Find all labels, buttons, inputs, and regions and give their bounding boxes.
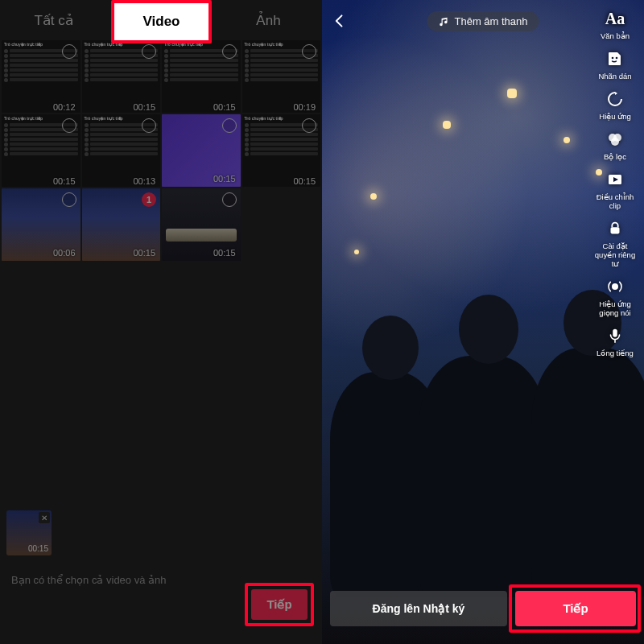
tile-duration: 00:19 — [293, 105, 316, 110]
picker-hint: Bạn có thể chọn cả video và ảnh — [11, 574, 166, 586]
selection-circle[interactable] — [62, 192, 76, 207]
selection-circle[interactable] — [222, 192, 237, 207]
tool-effect[interactable]: Hiệu ứng — [591, 89, 639, 121]
tool-adjust-clip[interactable]: Điều chỉnh clip — [591, 169, 639, 210]
media-grid: Trò chuyện trực tiếp00:12Trò chuyện trực… — [0, 40, 322, 261]
effect-icon — [605, 89, 625, 109]
scene-people — [330, 275, 636, 597]
svg-rect-9 — [613, 329, 617, 337]
svg-point-8 — [612, 283, 618, 290]
tile-duration: 00:15 — [133, 248, 155, 258]
selection-circle[interactable] — [142, 44, 156, 59]
tile-duration: 00:06 — [53, 248, 76, 258]
tool-voice-effect[interactable]: Hiệu ứng giọng nói — [591, 276, 639, 317]
tile-duration: 00:15 — [53, 180, 76, 184]
add-sound-label: Thêm âm thanh — [454, 15, 527, 27]
svg-rect-7 — [611, 227, 620, 233]
media-tile[interactable]: Trò chuyện trực tiếp00:12 — [2, 40, 80, 113]
svg-point-4 — [611, 138, 619, 146]
tile-duration: 00:12 — [53, 105, 76, 110]
add-sound-button[interactable]: Thêm âm thanh — [427, 11, 539, 31]
media-tile[interactable]: 00:15 — [162, 114, 241, 187]
media-tile[interactable]: Trò chuyện trực tiếp00:15 — [82, 40, 161, 113]
editor-panel: Thêm âm thanh Aa Văn bản Nhãn dán Hiệu ứ… — [322, 0, 644, 644]
next-button-right[interactable]: Tiếp — [515, 591, 636, 626]
sticker-icon — [605, 48, 625, 69]
selected-duration: 00:15 — [28, 544, 48, 553]
post-to-diary-button[interactable]: Đăng lên Nhật ký — [330, 591, 507, 626]
media-tile[interactable]: Trò chuyện trực tiếp00:15 — [2, 114, 80, 187]
picker-tabs: Tất cả Video Ảnh — [0, 0, 322, 40]
media-tile[interactable]: 00:06 — [2, 188, 80, 261]
back-button[interactable] — [332, 13, 348, 29]
tile-duration: 00:13 — [133, 180, 155, 184]
selection-circle[interactable] — [302, 118, 316, 133]
tile-duration: 00:15 — [213, 248, 236, 258]
gallery-picker-panel: Tất cả Video Ảnh Trò chuyện trực tiếp00:… — [0, 0, 322, 644]
selection-circle[interactable] — [222, 118, 237, 133]
selection-circle[interactable] — [142, 118, 156, 133]
selected-thumb[interactable]: ✕ 00:15 — [6, 510, 52, 555]
selection-circle[interactable] — [62, 118, 76, 133]
selection-circle[interactable] — [62, 44, 76, 59]
next-button-left[interactable]: Tiếp — [251, 589, 308, 620]
selection-circle[interactable] — [302, 44, 316, 59]
chevron-left-icon — [332, 13, 348, 29]
adjust-clip-icon — [605, 169, 625, 190]
editor-bottom-bar: Đăng lên Nhật ký Tiếp — [330, 591, 636, 626]
tile-duration: 00:15 — [213, 174, 236, 184]
editor-tools: Aa Văn bản Nhãn dán Hiệu ứng Bộ lọc Điều… — [591, 8, 639, 357]
selection-circle[interactable] — [222, 44, 237, 59]
media-tile[interactable]: Trò chuyện trực tiếp00:13 — [82, 114, 161, 187]
tile-duration: 00:15 — [133, 105, 155, 110]
tool-voiceover[interactable]: Lồng tiếng — [591, 325, 639, 357]
lock-icon — [605, 218, 625, 239]
tool-sticker[interactable]: Nhãn dán — [591, 48, 639, 80]
svg-point-1 — [616, 57, 618, 60]
media-tile[interactable]: Trò chuyện trực tiếp00:15 — [242, 114, 321, 187]
media-tile[interactable]: 100:15 — [82, 188, 161, 261]
selection-badge: 1 — [142, 192, 156, 207]
tile-duration: 00:15 — [293, 180, 316, 184]
tab-all[interactable]: Tất cả — [0, 1, 107, 40]
text-icon: Aa — [605, 8, 625, 29]
tile-duration: 00:15 — [213, 105, 236, 110]
tool-privacy[interactable]: Cài đặt quyền riêng tư — [591, 218, 639, 268]
tool-filter[interactable]: Bộ lọc — [591, 129, 639, 161]
remove-selected-icon[interactable]: ✕ — [39, 512, 50, 523]
media-tile[interactable]: 00:15 — [162, 188, 241, 261]
tab-video[interactable]: Video — [107, 1, 214, 39]
selected-media-row: ✕ 00:15 — [6, 510, 52, 555]
svg-point-0 — [612, 57, 614, 60]
tab-photo[interactable]: Ảnh — [215, 1, 322, 40]
tool-text[interactable]: Aa Văn bản — [591, 8, 639, 40]
microphone-icon — [605, 325, 625, 346]
media-tile[interactable]: Trò chuyện trực tiếp00:15 — [162, 40, 241, 113]
media-tile[interactable]: Trò chuyện trực tiếp00:19 — [242, 40, 321, 113]
filter-icon — [605, 129, 625, 150]
music-note-icon — [438, 16, 449, 27]
voice-effect-icon — [605, 276, 625, 297]
